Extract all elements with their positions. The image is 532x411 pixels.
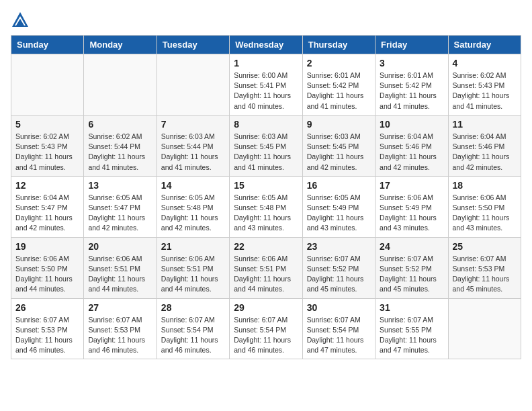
weekday-header-thursday: Thursday (302, 36, 375, 54)
calendar-cell: 20Sunrise: 6:06 AMSunset: 5:51 PMDayligh… (84, 237, 157, 298)
day-number: 9 (307, 119, 371, 130)
day-number: 27 (88, 302, 152, 313)
day-number: 23 (307, 241, 371, 252)
day-number: 4 (453, 58, 517, 68)
calendar-cell (84, 54, 157, 116)
day-info: Sunrise: 6:06 AMSunset: 5:51 PMDaylight:… (161, 254, 225, 295)
calendar-cell: 22Sunrise: 6:06 AMSunset: 5:51 PMDayligh… (230, 237, 302, 298)
day-number: 30 (307, 302, 371, 313)
logo (11, 11, 32, 30)
day-info: Sunrise: 6:05 AMSunset: 5:47 PMDaylight:… (88, 193, 152, 234)
calendar-cell (448, 298, 521, 359)
weekday-header-friday: Friday (375, 36, 448, 54)
calendar-cell: 25Sunrise: 6:07 AMSunset: 5:53 PMDayligh… (448, 237, 521, 298)
calendar-cell: 8Sunrise: 6:03 AMSunset: 5:45 PMDaylight… (230, 115, 302, 176)
day-info: Sunrise: 6:06 AMSunset: 5:50 PMDaylight:… (453, 193, 517, 234)
day-info: Sunrise: 6:05 AMSunset: 5:48 PMDaylight:… (161, 193, 225, 234)
calendar-cell: 28Sunrise: 6:07 AMSunset: 5:54 PMDayligh… (157, 298, 229, 359)
day-info: Sunrise: 6:07 AMSunset: 5:54 PMDaylight:… (161, 315, 225, 356)
calendar-table: SundayMondayTuesdayWednesdayThursdayFrid… (11, 35, 521, 359)
day-number: 22 (234, 241, 298, 252)
calendar-week-row: 12Sunrise: 6:04 AMSunset: 5:47 PMDayligh… (11, 176, 521, 237)
day-info: Sunrise: 6:02 AMSunset: 5:43 PMDaylight:… (453, 71, 517, 111)
calendar-cell: 17Sunrise: 6:06 AMSunset: 5:49 PMDayligh… (375, 176, 448, 237)
weekday-header-row: SundayMondayTuesdayWednesdayThursdayFrid… (11, 36, 521, 54)
calendar-cell (157, 54, 229, 116)
weekday-header-sunday: Sunday (11, 36, 84, 54)
day-info: Sunrise: 6:02 AMSunset: 5:43 PMDaylight:… (15, 132, 79, 173)
day-info: Sunrise: 6:01 AMSunset: 5:42 PMDaylight:… (380, 71, 443, 111)
day-number: 3 (380, 58, 443, 68)
day-info: Sunrise: 6:07 AMSunset: 5:54 PMDaylight:… (234, 315, 298, 356)
calendar-cell: 4Sunrise: 6:02 AMSunset: 5:43 PMDaylight… (448, 54, 521, 116)
calendar-cell: 18Sunrise: 6:06 AMSunset: 5:50 PMDayligh… (448, 176, 521, 237)
day-info: Sunrise: 6:06 AMSunset: 5:51 PMDaylight:… (88, 254, 152, 295)
calendar-cell: 27Sunrise: 6:07 AMSunset: 5:53 PMDayligh… (84, 298, 157, 359)
calendar-week-row: 26Sunrise: 6:07 AMSunset: 5:53 PMDayligh… (11, 298, 521, 359)
calendar-week-row: 5Sunrise: 6:02 AMSunset: 5:43 PMDaylight… (11, 115, 521, 176)
calendar-cell: 19Sunrise: 6:06 AMSunset: 5:50 PMDayligh… (11, 237, 84, 298)
page-header (11, 11, 521, 30)
day-number: 2 (307, 58, 371, 68)
day-info: Sunrise: 6:06 AMSunset: 5:50 PMDaylight:… (15, 254, 79, 295)
calendar-cell: 13Sunrise: 6:05 AMSunset: 5:47 PMDayligh… (84, 176, 157, 237)
day-number: 28 (161, 302, 225, 313)
calendar-cell: 29Sunrise: 6:07 AMSunset: 5:54 PMDayligh… (230, 298, 302, 359)
calendar-cell (11, 54, 84, 116)
day-info: Sunrise: 6:03 AMSunset: 5:45 PMDaylight:… (234, 132, 298, 173)
calendar-cell: 26Sunrise: 6:07 AMSunset: 5:53 PMDayligh… (11, 298, 84, 359)
day-info: Sunrise: 6:07 AMSunset: 5:53 PMDaylight:… (453, 254, 517, 295)
day-number: 8 (234, 119, 298, 130)
calendar-week-row: 19Sunrise: 6:06 AMSunset: 5:50 PMDayligh… (11, 237, 521, 298)
calendar-cell: 16Sunrise: 6:05 AMSunset: 5:49 PMDayligh… (302, 176, 375, 237)
calendar-cell: 15Sunrise: 6:05 AMSunset: 5:48 PMDayligh… (230, 176, 302, 237)
day-number: 11 (453, 119, 517, 130)
weekday-header-monday: Monday (84, 36, 157, 54)
day-info: Sunrise: 6:07 AMSunset: 5:52 PMDaylight:… (307, 254, 371, 295)
day-info: Sunrise: 6:00 AMSunset: 5:41 PMDaylight:… (234, 71, 298, 111)
weekday-header-tuesday: Tuesday (157, 36, 229, 54)
calendar-cell: 10Sunrise: 6:04 AMSunset: 5:46 PMDayligh… (375, 115, 448, 176)
day-number: 10 (380, 119, 443, 130)
day-info: Sunrise: 6:04 AMSunset: 5:46 PMDaylight:… (380, 132, 443, 173)
calendar-cell: 14Sunrise: 6:05 AMSunset: 5:48 PMDayligh… (157, 176, 229, 237)
day-number: 12 (15, 180, 79, 191)
day-info: Sunrise: 6:06 AMSunset: 5:49 PMDaylight:… (380, 193, 443, 234)
day-number: 29 (234, 302, 298, 313)
day-number: 24 (380, 241, 443, 252)
calendar-cell: 23Sunrise: 6:07 AMSunset: 5:52 PMDayligh… (302, 237, 375, 298)
day-number: 17 (380, 180, 443, 191)
day-number: 20 (88, 241, 152, 252)
day-info: Sunrise: 6:07 AMSunset: 5:53 PMDaylight:… (15, 315, 79, 356)
calendar-cell: 7Sunrise: 6:03 AMSunset: 5:44 PMDaylight… (157, 115, 229, 176)
weekday-header-wednesday: Wednesday (230, 36, 302, 54)
day-info: Sunrise: 6:02 AMSunset: 5:44 PMDaylight:… (88, 132, 152, 173)
day-number: 16 (307, 180, 371, 191)
day-number: 25 (453, 241, 517, 252)
day-number: 1 (234, 58, 298, 68)
day-number: 7 (161, 119, 225, 130)
day-info: Sunrise: 6:03 AMSunset: 5:45 PMDaylight:… (307, 132, 371, 173)
calendar-cell: 3Sunrise: 6:01 AMSunset: 5:42 PMDaylight… (375, 54, 448, 116)
calendar-cell: 30Sunrise: 6:07 AMSunset: 5:54 PMDayligh… (302, 298, 375, 359)
day-number: 31 (380, 302, 443, 313)
day-info: Sunrise: 6:06 AMSunset: 5:51 PMDaylight:… (234, 254, 298, 295)
calendar-cell: 6Sunrise: 6:02 AMSunset: 5:44 PMDaylight… (84, 115, 157, 176)
calendar-cell: 21Sunrise: 6:06 AMSunset: 5:51 PMDayligh… (157, 237, 229, 298)
day-info: Sunrise: 6:07 AMSunset: 5:54 PMDaylight:… (307, 315, 371, 356)
calendar-cell: 1Sunrise: 6:00 AMSunset: 5:41 PMDaylight… (230, 54, 302, 116)
calendar-cell: 11Sunrise: 6:04 AMSunset: 5:46 PMDayligh… (448, 115, 521, 176)
day-number: 14 (161, 180, 225, 191)
day-number: 13 (88, 180, 152, 191)
day-info: Sunrise: 6:07 AMSunset: 5:52 PMDaylight:… (380, 254, 443, 295)
day-info: Sunrise: 6:05 AMSunset: 5:49 PMDaylight:… (307, 193, 371, 234)
day-number: 19 (15, 241, 79, 252)
calendar-week-row: 1Sunrise: 6:00 AMSunset: 5:41 PMDaylight… (11, 54, 521, 116)
day-number: 6 (88, 119, 152, 130)
day-number: 5 (15, 119, 79, 130)
day-number: 15 (234, 180, 298, 191)
calendar-cell: 31Sunrise: 6:07 AMSunset: 5:55 PMDayligh… (375, 298, 448, 359)
calendar-cell: 2Sunrise: 6:01 AMSunset: 5:42 PMDaylight… (302, 54, 375, 116)
day-number: 21 (161, 241, 225, 252)
calendar-cell: 5Sunrise: 6:02 AMSunset: 5:43 PMDaylight… (11, 115, 84, 176)
